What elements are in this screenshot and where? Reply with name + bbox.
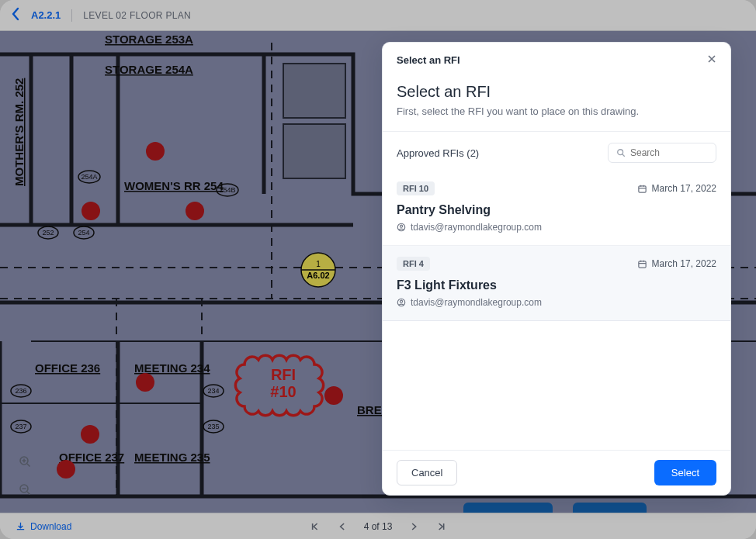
- calendar-icon: [637, 184, 647, 194]
- markup-pin[interactable]: [81, 425, 99, 444]
- markup-pin[interactable]: [324, 386, 343, 405]
- rfi-chip: RFI 10: [397, 181, 435, 195]
- pager-prev-icon[interactable]: [338, 521, 347, 532]
- svg-rect-1: [283, 64, 345, 118]
- topbar: A2.2.1 LEVEL 02 FLOOR PLAN: [0, 0, 756, 31]
- sheet-title: LEVEL 02 FLOOR PLAN: [83, 10, 191, 21]
- calendar-icon: [637, 259, 647, 269]
- person-icon: [397, 298, 406, 307]
- svg-rect-25: [463, 503, 553, 513]
- svg-text:1: 1: [316, 260, 321, 268]
- rfi-item[interactable]: RFI 4 March 17, 2022 F3 Light Fixtures t…: [383, 246, 730, 321]
- room-storage-254a: STORAGE 254A: [105, 63, 193, 76]
- rfi-date: March 17, 2022: [637, 183, 716, 194]
- svg-point-35: [400, 300, 402, 302]
- room-mothers-rm-252: MOTHER'S RM. 252: [12, 78, 26, 186]
- svg-text:235: 235: [207, 423, 219, 430]
- modal-subheading: First, select the RFI you want to place …: [397, 105, 716, 117]
- download-button[interactable]: Download: [16, 521, 71, 532]
- footer-bar: Download 4 of 13: [0, 513, 756, 539]
- rfi-list: RFI 10 March 17, 2022 Pantry Shelving td…: [383, 171, 730, 450]
- rfi-date: March 17, 2022: [637, 258, 716, 269]
- zoom-out-button[interactable]: [14, 479, 36, 500]
- download-label: Download: [30, 521, 71, 532]
- rfi-person: tdavis@raymondlakegroup.com: [397, 222, 716, 233]
- sheet-id[interactable]: A2.2.1: [31, 9, 61, 21]
- room-meeting-234: MEETING 234: [134, 361, 210, 375]
- room-storage-253a: STORAGE 253A: [105, 33, 193, 46]
- svg-text:A6.02: A6.02: [307, 271, 329, 280]
- pager: 4 of 13: [310, 521, 447, 532]
- cancel-button[interactable]: Cancel: [397, 460, 457, 485]
- modal-titlebar: Select an RFI: [383, 43, 730, 74]
- svg-text:254A: 254A: [81, 173, 97, 181]
- svg-point-29: [618, 150, 623, 155]
- svg-text:252: 252: [42, 229, 54, 237]
- svg-text:#10: #10: [270, 383, 296, 400]
- rfi-chip: RFI 4: [397, 257, 430, 271]
- rfi-title: F3 Light Fixtures: [397, 278, 716, 292]
- search-input[interactable]: [630, 147, 708, 158]
- markup-pin[interactable]: [81, 202, 100, 220]
- svg-rect-33: [638, 261, 645, 267]
- markup-pin[interactable]: [136, 373, 154, 392]
- svg-text:254: 254: [78, 229, 89, 237]
- markup-pin[interactable]: [146, 142, 165, 161]
- pager-last-icon[interactable]: [435, 521, 446, 532]
- rfi-item[interactable]: RFI 10 March 17, 2022 Pantry Shelving td…: [383, 171, 730, 246]
- person-icon: [397, 223, 406, 232]
- svg-rect-26: [573, 503, 647, 513]
- rfi-cloud-marker[interactable]: RFI #10: [235, 355, 323, 415]
- svg-text:237: 237: [15, 423, 26, 430]
- pager-count: 4 of 13: [364, 521, 393, 532]
- close-icon[interactable]: [707, 54, 716, 66]
- modal-controls: Approved RFIs (2): [383, 132, 730, 171]
- pager-next-icon[interactable]: [409, 521, 418, 532]
- modal-heading: Select an RFI: [397, 83, 716, 101]
- rfi-person: tdavis@raymondlakegroup.com: [397, 297, 716, 308]
- markup-pin[interactable]: [186, 202, 204, 220]
- svg-text:236: 236: [15, 387, 26, 395]
- rfi-title: Pantry Shelving: [397, 203, 716, 217]
- pager-first-icon[interactable]: [310, 521, 321, 532]
- modal-titlebar-label: Select an RFI: [397, 54, 460, 66]
- approved-rfis-label: Approved RFIs (2): [397, 147, 479, 159]
- download-icon: [16, 521, 26, 531]
- svg-point-32: [400, 225, 402, 227]
- modal-footer: Cancel Select: [383, 450, 730, 495]
- select-button[interactable]: Select: [654, 460, 716, 485]
- search-input-wrap[interactable]: [608, 143, 716, 163]
- back-button[interactable]: [11, 7, 20, 23]
- separator: [71, 9, 72, 22]
- svg-text:234: 234: [207, 387, 219, 395]
- zoom-controls: [14, 451, 36, 500]
- select-rfi-modal: Select an RFI Select an RFI First, selec…: [382, 42, 731, 496]
- zoom-in-button[interactable]: [14, 451, 36, 472]
- svg-rect-30: [638, 185, 645, 192]
- search-icon: [616, 148, 626, 157]
- svg-text:RFI: RFI: [271, 366, 296, 383]
- room-womens-rr-254: WOMEN'S RR 254: [124, 179, 224, 192]
- svg-text:254B: 254B: [219, 186, 235, 194]
- modal-header: Select an RFI First, select the RFI you …: [383, 74, 730, 132]
- detail-callout: 1 A6.02: [301, 253, 335, 287]
- svg-rect-2: [283, 124, 345, 178]
- room-office-236: OFFICE 236: [35, 361, 100, 375]
- markup-pin[interactable]: [57, 460, 75, 479]
- room-meeting-235: MEETING 235: [134, 451, 210, 464]
